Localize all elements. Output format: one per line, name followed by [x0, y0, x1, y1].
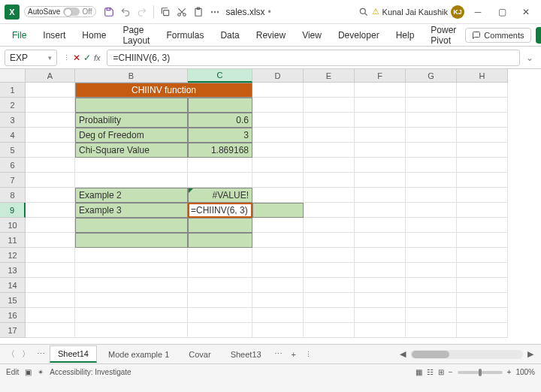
formula-input[interactable]: =CHIINV(6, 3) [107, 50, 520, 66]
cell[interactable] [457, 248, 508, 263]
cell[interactable] [304, 308, 355, 323]
cell[interactable] [188, 323, 252, 338]
cut-icon[interactable] [175, 5, 189, 19]
cell[interactable] [26, 263, 75, 278]
select-all-corner[interactable] [0, 69, 26, 83]
cell[interactable] [457, 158, 508, 173]
redo-icon[interactable] [135, 5, 149, 19]
cell[interactable] [252, 128, 304, 143]
sheet-options-icon[interactable]: ⋮ [303, 348, 315, 360]
cell[interactable] [26, 293, 75, 308]
cell[interactable] [457, 128, 508, 143]
cell[interactable] [26, 128, 75, 143]
cell[interactable] [252, 143, 304, 158]
cell[interactable] [355, 188, 406, 203]
col-head-e[interactable]: E [304, 69, 355, 83]
cell[interactable] [252, 113, 304, 128]
col-head-c[interactable]: C [188, 69, 252, 83]
cell[interactable] [75, 233, 188, 248]
col-head-d[interactable]: D [252, 69, 304, 83]
close-icon[interactable]: ✕ [515, 5, 536, 20]
cell[interactable] [75, 218, 188, 233]
cell[interactable] [355, 173, 406, 188]
zoom-out-icon[interactable]: − [449, 368, 453, 376]
new-sheet-icon[interactable]: + [288, 348, 300, 360]
cell[interactable] [252, 278, 304, 293]
cell[interactable] [188, 308, 252, 323]
cell[interactable] [406, 143, 457, 158]
tab-view[interactable]: View [295, 26, 329, 44]
row-head[interactable]: 8 [0, 188, 26, 203]
cell[interactable] [406, 173, 457, 188]
cell[interactable]: Example 3 [75, 203, 188, 218]
cell[interactable] [75, 308, 188, 323]
cell[interactable] [355, 98, 406, 113]
row-head[interactable]: 12 [0, 248, 26, 263]
tab-file[interactable]: File [5, 26, 34, 44]
hscroll-thumb[interactable] [412, 351, 449, 358]
cell[interactable] [188, 278, 252, 293]
cell[interactable] [26, 248, 75, 263]
expand-formula-icon[interactable]: ⌄ [523, 50, 536, 66]
cell[interactable] [355, 248, 406, 263]
cell[interactable] [304, 83, 355, 98]
cell[interactable] [26, 173, 75, 188]
paste-icon[interactable] [192, 5, 205, 19]
col-head-a[interactable]: A [26, 69, 75, 83]
zoom-slider[interactable] [458, 371, 503, 374]
cell[interactable] [188, 98, 252, 113]
cell[interactable]: Example 2 [75, 188, 188, 203]
cell[interactable] [355, 278, 406, 293]
cell[interactable] [75, 323, 188, 338]
sheet-tab[interactable]: Covar [180, 346, 219, 363]
share-button[interactable] [536, 27, 541, 44]
sheet-tab-active[interactable]: Sheet14 [50, 345, 97, 363]
cell[interactable] [75, 158, 188, 173]
row-head[interactable]: 15 [0, 293, 26, 308]
cell[interactable] [457, 83, 508, 98]
cell[interactable] [304, 248, 355, 263]
cell[interactable] [252, 293, 304, 308]
cell[interactable] [457, 218, 508, 233]
row-head[interactable]: 14 [0, 278, 26, 293]
cell[interactable] [304, 158, 355, 173]
cell[interactable] [457, 233, 508, 248]
spreadsheet-grid[interactable]: A B C D E F G H 1 CHIINV function 2 3 Pr… [0, 69, 541, 344]
cell[interactable] [457, 188, 508, 203]
cell[interactable] [355, 293, 406, 308]
cell[interactable] [252, 308, 304, 323]
minimize-icon[interactable]: ─ [467, 5, 488, 20]
cell[interactable] [304, 218, 355, 233]
cell[interactable]: 0.6 [188, 113, 252, 128]
cell[interactable] [188, 218, 252, 233]
cell[interactable] [457, 173, 508, 188]
cell[interactable] [26, 308, 75, 323]
tab-power-pivot[interactable]: Power Pivot [423, 21, 464, 50]
cell[interactable] [304, 233, 355, 248]
row-head[interactable]: 2 [0, 98, 26, 113]
tab-insert[interactable]: Insert [35, 26, 73, 44]
tab-review[interactable]: Review [249, 26, 293, 44]
cell[interactable] [304, 263, 355, 278]
cell[interactable] [252, 98, 304, 113]
cell[interactable] [252, 248, 304, 263]
sheet-next-icon[interactable]: 〉 [20, 348, 32, 360]
autosave-toggle[interactable]: AutoSave Off [24, 6, 96, 17]
cell[interactable] [457, 98, 508, 113]
row-head[interactable]: 11 [0, 233, 26, 248]
cell[interactable] [252, 263, 304, 278]
row-head[interactable]: 16 [0, 308, 26, 323]
cell[interactable] [188, 233, 252, 248]
cell[interactable] [406, 203, 457, 218]
cell[interactable] [188, 248, 252, 263]
cell[interactable] [252, 203, 304, 218]
cell[interactable] [406, 263, 457, 278]
cell[interactable] [75, 263, 188, 278]
cell[interactable] [75, 293, 188, 308]
row-head[interactable]: 17 [0, 323, 26, 338]
tab-developer[interactable]: Developer [331, 26, 387, 44]
cell[interactable] [252, 218, 304, 233]
tab-data[interactable]: Data [213, 26, 246, 44]
cell[interactable] [304, 203, 355, 218]
cell[interactable] [406, 158, 457, 173]
